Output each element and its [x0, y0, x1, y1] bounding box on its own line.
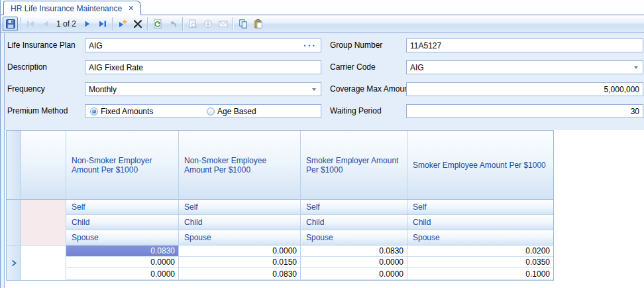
- grid-section: Non-Smoker Employer Amount Per $1000 Non…: [5, 130, 644, 288]
- previous-record-icon: [40, 19, 51, 29]
- record-arrow-icon: [11, 259, 17, 267]
- first-record-button[interactable]: [23, 17, 38, 31]
- new-record-star-icon: [117, 19, 128, 29]
- circle-arrow-icon: [203, 19, 213, 29]
- tier-label-spouse[interactable]: Spouse: [179, 230, 301, 246]
- tier-label-spouse[interactable]: Spouse: [301, 230, 407, 246]
- undo-arrow-icon: [168, 19, 178, 29]
- frequency-label: Frequency: [7, 82, 45, 96]
- toolbar-separator: [112, 17, 113, 31]
- radio-unselected-icon[interactable]: [207, 108, 215, 115]
- delete-x-icon: [133, 19, 143, 29]
- life-insurance-plan-input[interactable]: [85, 39, 303, 52]
- carrier-code-label: Carrier Code: [330, 60, 376, 74]
- lookup-ellipsis-button[interactable]: ···: [303, 42, 317, 49]
- grid-cell-child-col2[interactable]: 0.0000: [301, 257, 407, 268]
- tier-label-child[interactable]: Child: [407, 215, 553, 230]
- chevron-down-icon[interactable]: [634, 66, 638, 69]
- carrier-code-value: AIG: [407, 63, 634, 72]
- toolbar-separator: [147, 17, 148, 31]
- refresh-icon: [152, 19, 163, 29]
- current-record-indicator: [7, 246, 21, 280]
- description-field-wrap: [85, 60, 321, 74]
- grid-cell-spouse-col0[interactable]: 0.0000: [66, 268, 179, 280]
- radio-label-age-based: Age Based: [217, 107, 256, 116]
- next-record-button[interactable]: [80, 17, 95, 31]
- first-record-icon: [25, 19, 36, 29]
- frequency-combobox[interactable]: Monthly: [85, 82, 321, 96]
- radio-label-fixed-amounts: Fixed Amounts: [101, 107, 153, 116]
- grid-cell-self-col1[interactable]: 0.0000: [179, 246, 301, 257]
- undo-button[interactable]: [165, 17, 180, 31]
- grid-cell-spouse-col3[interactable]: 0.1000: [407, 268, 553, 280]
- column-header-nonsmoker-employer[interactable]: Non-Smoker Employer Amount Per $1000: [66, 131, 179, 200]
- tier-label-child[interactable]: Child: [66, 215, 179, 230]
- description-input[interactable]: [85, 61, 321, 74]
- tier-label-spouse[interactable]: Spouse: [407, 230, 553, 246]
- life-insurance-plan-label: Life Insurance Plan: [7, 38, 76, 52]
- paste-clipboard-icon: [253, 19, 264, 29]
- grid-cell-child-col3[interactable]: 0.0350: [407, 257, 553, 268]
- group-number-label: Group Number: [330, 38, 382, 52]
- paste-button[interactable]: [250, 17, 266, 31]
- tab-bar: HR Life Insurance Maintenance ✕: [1, 0, 644, 15]
- column-header-nonsmoker-employee[interactable]: Non-Smoker Employee Amount Per $1000: [179, 131, 301, 200]
- tab-title: HR Life Insurance Maintenance: [11, 4, 122, 13]
- radio-option-age-based[interactable]: Age Based: [207, 107, 262, 116]
- column-header-smoker-employer[interactable]: Smoker Employer Amount Per $1000: [301, 131, 407, 200]
- attachments-button[interactable]: [200, 17, 215, 31]
- tab-hr-life-insurance-maintenance[interactable]: HR Life Insurance Maintenance ✕: [3, 1, 141, 15]
- grid-cell-self-col2[interactable]: 0.0830: [301, 246, 407, 257]
- radio-option-fixed-amounts[interactable]: Fixed Amounts: [90, 107, 158, 116]
- carrier-code-combobox[interactable]: AIG: [406, 60, 643, 74]
- column-header-smoker-employee[interactable]: Smoker Employee Amount Per $1000: [407, 131, 553, 200]
- frequency-value: Monthly: [85, 85, 312, 94]
- next-record-icon: [82, 19, 93, 29]
- grid-cell-spouse-col1[interactable]: 0.0830: [179, 268, 301, 280]
- print-preview-button[interactable]: [185, 17, 200, 31]
- description-label: Description: [7, 60, 47, 74]
- last-record-button[interactable]: [95, 17, 110, 31]
- chevron-down-icon[interactable]: [312, 88, 316, 91]
- tier-label-self[interactable]: Self: [407, 200, 553, 215]
- tier-band-group-cell: [21, 200, 66, 246]
- new-record-button[interactable]: [115, 17, 130, 31]
- grid-cell-child-col0[interactable]: 0.0000: [66, 257, 179, 268]
- toolbar-separator: [233, 17, 233, 31]
- toolbar: 1 of 2: [1, 15, 644, 33]
- tier-label-self[interactable]: Self: [179, 200, 301, 215]
- tier-label-spouse[interactable]: Spouse: [66, 230, 179, 246]
- tier-label-child[interactable]: Child: [179, 215, 301, 230]
- waiting-period-label: Waiting Period: [330, 104, 382, 118]
- waiting-period-field-wrap: [406, 104, 643, 118]
- column-header-text: Non-Smoker Employer Amount Per $1000: [72, 156, 173, 175]
- grid-corner-cell: [7, 131, 21, 200]
- rate-grid: Non-Smoker Employer Amount Per $1000 Non…: [6, 130, 554, 281]
- grid-cell-self-col0[interactable]: 0.0830: [66, 246, 179, 257]
- column-header-text: Non-Smoker Employee Amount Per $1000: [184, 156, 295, 175]
- tier-label-self[interactable]: Self: [66, 200, 179, 215]
- email-button[interactable]: [215, 17, 231, 31]
- premium-method-group: Fixed Amounts Age Based: [85, 104, 321, 118]
- refresh-button[interactable]: [150, 17, 165, 31]
- delete-record-button[interactable]: [130, 17, 145, 31]
- tier-label-self[interactable]: Self: [301, 200, 407, 215]
- radio-selected-icon[interactable]: [90, 108, 98, 115]
- print-preview-icon: [188, 19, 198, 29]
- group-number-input[interactable]: [407, 39, 643, 52]
- form-section: Life Insurance Plan ··· Description Freq…: [5, 33, 644, 130]
- grid-cell-self-col3[interactable]: 0.0200: [407, 246, 553, 257]
- life-insurance-plan-field-wrap: ···: [85, 38, 321, 52]
- copy-icon: [238, 19, 248, 29]
- grid-cell-child-col1[interactable]: 0.0150: [179, 257, 301, 268]
- waiting-period-input[interactable]: [407, 105, 643, 117]
- copy-button[interactable]: [235, 17, 250, 31]
- save-button[interactable]: [3, 17, 18, 31]
- tier-label-child[interactable]: Child: [301, 215, 407, 230]
- previous-record-button[interactable]: [38, 17, 53, 31]
- grid-cell-spouse-col2[interactable]: 0.0000: [301, 268, 407, 280]
- premium-method-label: Premium Method: [7, 104, 68, 118]
- data-band-group-cell: [21, 246, 66, 280]
- coverage-max-amount-input[interactable]: [407, 83, 643, 96]
- tab-close-icon[interactable]: ✕: [128, 5, 134, 12]
